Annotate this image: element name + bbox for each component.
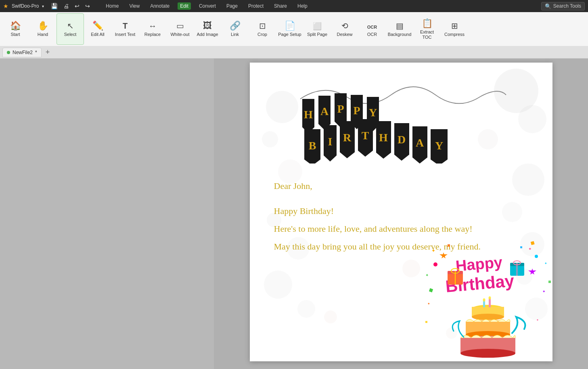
document-page: H A P P Y B [250, 63, 552, 361]
tab-name: NewFile2 [13, 50, 33, 55]
menu-page[interactable]: Page [224, 2, 240, 10]
tool-whiteout[interactable]: White-out [166, 13, 194, 45]
svg-marker-50 [528, 268, 536, 275]
menu-protect[interactable]: Protect [246, 2, 266, 10]
tool-deskew[interactable]: Deskew [331, 13, 358, 45]
print-button[interactable] [61, 2, 71, 10]
svg-text:A: A [320, 105, 329, 117]
tool-pagesetup-label: Page Setup [278, 32, 301, 37]
svg-text:✦: ✦ [425, 273, 429, 277]
tool-splitpage[interactable]: Split Page [303, 13, 331, 45]
menu-help[interactable]: Help [295, 2, 310, 10]
app-dropdown-icon[interactable]: ▾ [42, 4, 44, 8]
tool-addimage[interactable]: Add Image [194, 13, 221, 45]
svg-rect-48 [530, 241, 534, 245]
tool-whiteout-label: White-out [170, 32, 189, 37]
tool-ocr[interactable]: OCR [358, 13, 386, 45]
tool-background[interactable]: Background [386, 13, 413, 45]
tool-select[interactable]: Select [56, 13, 84, 45]
tool-link[interactable]: Link [221, 13, 249, 45]
document-area[interactable]: H A P P Y B [214, 59, 588, 369]
svg-text:H: H [379, 131, 388, 144]
svg-point-78 [488, 296, 491, 300]
tool-start[interactable]: Start [2, 13, 29, 45]
save-button[interactable] [49, 2, 60, 10]
svg-point-16 [402, 260, 420, 277]
svg-point-45 [433, 262, 437, 266]
start-icon [10, 21, 21, 30]
tool-inserttext-label: Insert Text [115, 32, 136, 37]
menu-annotate[interactable]: Annotate [148, 2, 172, 10]
app-logo-icon: ★ [3, 3, 8, 9]
app-name: SwifDoo-Pro [12, 3, 39, 9]
line1: Happy Birthday! [274, 202, 532, 220]
svg-text:P: P [353, 104, 360, 117]
background-icon [396, 21, 404, 30]
sidebar-area [0, 59, 214, 369]
editall-icon [92, 21, 103, 30]
svg-text:✦: ✦ [536, 319, 539, 321]
menu-convert[interactable]: Convert [197, 2, 218, 10]
undo-button[interactable] [73, 2, 82, 10]
greeting-line: Dear John, [274, 177, 532, 195]
tool-replace-label: Replace [144, 32, 161, 37]
svg-point-74 [472, 314, 504, 320]
svg-text:P: P [337, 103, 344, 115]
svg-text:A: A [415, 136, 424, 149]
add-tab-button[interactable]: + [43, 47, 52, 57]
tool-inserttext[interactable]: Insert Text [111, 13, 139, 45]
svg-point-13 [297, 300, 315, 318]
whiteout-icon [176, 21, 184, 30]
tool-background-label: Background [388, 32, 412, 37]
link-icon [230, 21, 241, 30]
svg-point-17 [324, 310, 337, 323]
crop-icon [259, 21, 266, 30]
tool-editall[interactable]: Edit All [84, 13, 111, 45]
tool-start-label: Start [10, 32, 20, 37]
tool-compress[interactable]: Compress [441, 13, 468, 45]
svg-point-84 [460, 349, 515, 358]
redo-button[interactable] [83, 2, 92, 10]
tool-hand[interactable]: Hand [29, 13, 56, 45]
ocr-icon [367, 21, 377, 30]
document-tab[interactable]: NewFile2 * [2, 48, 42, 57]
svg-text:I: I [328, 135, 332, 148]
tool-splitpage-label: Split Page [307, 32, 327, 37]
extracttoc-icon [422, 19, 433, 28]
tool-pagesetup[interactable]: Page Setup [276, 13, 303, 45]
tool-select-label: Select [64, 32, 77, 37]
tool-compress-label: Compress [444, 32, 465, 37]
menu-home[interactable]: Home [103, 2, 121, 10]
search-tools-label: Search Tools [553, 3, 581, 9]
svg-text:B: B [308, 139, 316, 152]
tab-modified-indicator [7, 51, 10, 54]
tool-crop[interactable]: Crop [249, 13, 276, 45]
svg-text:✦: ✦ [542, 289, 546, 294]
svg-rect-60 [548, 281, 551, 283]
menu-edit[interactable]: Edit [178, 2, 191, 10]
tool-extracttoc[interactable]: Extract TOC [413, 13, 441, 45]
svg-point-12 [264, 270, 292, 299]
search-icon [545, 3, 551, 9]
compress-icon [451, 21, 458, 30]
save-icon [51, 3, 58, 9]
tool-replace[interactable]: Replace [139, 13, 166, 45]
tool-addimage-label: Add Image [197, 32, 218, 37]
toolbar: Start Hand Select Edit All Insert Text R… [0, 12, 588, 46]
menu-view[interactable]: View [127, 2, 142, 10]
svg-marker-49 [439, 252, 448, 258]
search-tools-button[interactable]: Search Tools [541, 2, 585, 10]
banner-svg: H A P P Y B [292, 75, 510, 164]
svg-text:T: T [361, 129, 369, 142]
svg-rect-59 [520, 246, 522, 248]
svg-text:H: H [304, 108, 313, 121]
menu-share[interactable]: Share [272, 2, 289, 10]
splitpage-icon [313, 21, 322, 30]
tool-link-label: Link [231, 32, 239, 37]
deskew-icon [341, 21, 348, 30]
birthday-graphic: ✦ ✦ ✦ ✦ ✦ ✦ ✦ Happy Birthday [423, 240, 552, 361]
inserttext-icon [123, 21, 128, 30]
select-icon [67, 21, 74, 30]
svg-text:R: R [343, 131, 351, 144]
tool-crop-label: Crop [257, 32, 267, 37]
